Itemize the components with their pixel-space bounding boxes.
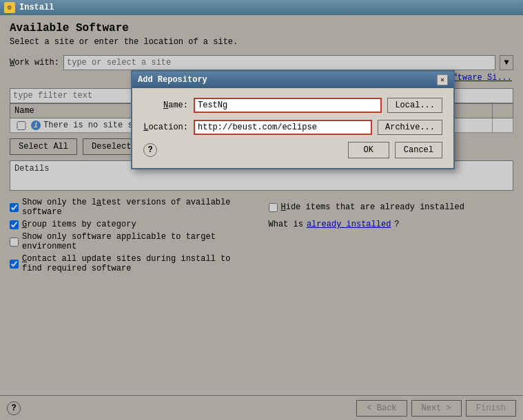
dialog-name-row: Name: Local... bbox=[143, 98, 442, 113]
dialog-title-bar: Add Repository ✕ bbox=[132, 72, 453, 88]
dialog-local-button[interactable]: Local... bbox=[387, 98, 442, 113]
dialog-location-input[interactable] bbox=[194, 120, 372, 135]
dialog-title-text: Add Repository bbox=[138, 75, 207, 85]
add-repository-dialog: Add Repository ✕ Name: Local... bbox=[131, 70, 455, 169]
dialog-help-row: ? OK Cancel bbox=[143, 142, 442, 158]
title-bar-icon: ⚙ bbox=[4, 2, 15, 13]
dialog-location-label: Location: bbox=[143, 123, 188, 132]
dialog-location-row: Location: Archive... bbox=[143, 120, 442, 135]
main-content: Available Software Select a site or ente… bbox=[0, 15, 523, 420]
dialog-help-button[interactable]: ? bbox=[143, 143, 157, 157]
dialog-archive-button[interactable]: Archive... bbox=[378, 120, 442, 135]
modal-overlay: Add Repository ✕ Name: Local... bbox=[0, 15, 523, 420]
dialog-body: Name: Local... Location: Archive... bbox=[132, 88, 453, 168]
title-bar: ⚙ Install bbox=[0, 0, 523, 15]
title-bar-text: Install bbox=[19, 3, 54, 12]
dialog-cancel-button[interactable]: Cancel bbox=[395, 142, 442, 158]
dialog-close-button[interactable]: ✕ bbox=[437, 74, 448, 85]
dialog-name-input[interactable] bbox=[194, 98, 382, 113]
dialog-ok-button[interactable]: OK bbox=[348, 142, 389, 158]
dialog-buttons: OK Cancel bbox=[348, 142, 442, 158]
dialog-name-label: Name: bbox=[143, 101, 188, 110]
